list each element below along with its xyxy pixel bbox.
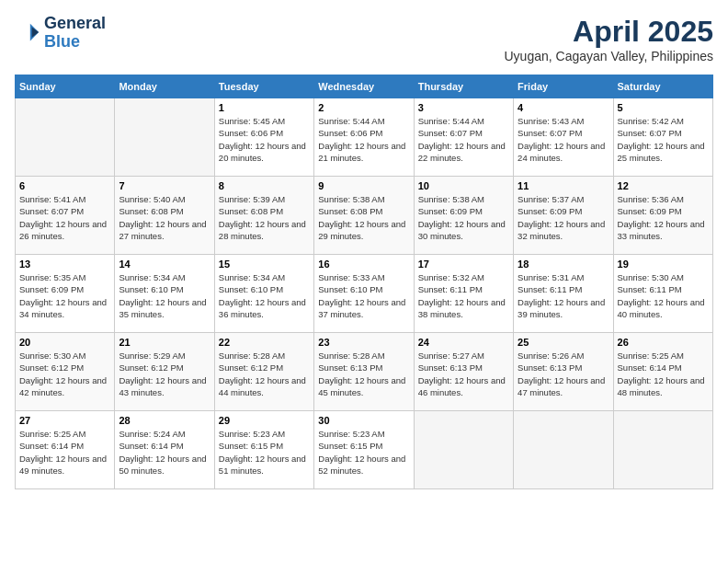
day-info: Sunrise: 5:29 AM Sunset: 6:12 PM Dayligh… [119, 350, 210, 398]
day-of-week-header: Wednesday [314, 75, 414, 98]
calendar-cell: 26Sunrise: 5:25 AM Sunset: 6:14 PM Dayli… [613, 333, 712, 411]
day-info: Sunrise: 5:38 AM Sunset: 6:08 PM Dayligh… [318, 193, 409, 242]
day-info: Sunrise: 5:23 AM Sunset: 6:15 PM Dayligh… [219, 428, 310, 477]
logo-icon [15, 20, 40, 46]
day-info: Sunrise: 5:30 AM Sunset: 6:11 PM Dayligh… [618, 271, 709, 320]
calendar-cell: 15Sunrise: 5:34 AM Sunset: 6:10 PM Dayli… [214, 255, 313, 333]
calendar-header-row: SundayMondayTuesdayWednesdayThursdayFrid… [16, 75, 713, 98]
day-of-week-header: Tuesday [214, 75, 313, 98]
calendar-cell: 17Sunrise: 5:32 AM Sunset: 6:11 PM Dayli… [414, 255, 513, 333]
day-info: Sunrise: 5:38 AM Sunset: 6:09 PM Dayligh… [418, 193, 509, 242]
calendar-cell: 10Sunrise: 5:38 AM Sunset: 6:09 PM Dayli… [414, 177, 513, 255]
day-info: Sunrise: 5:34 AM Sunset: 6:10 PM Dayligh… [119, 271, 210, 320]
day-info: Sunrise: 5:39 AM Sunset: 6:08 PM Dayligh… [219, 193, 310, 242]
day-info: Sunrise: 5:27 AM Sunset: 6:13 PM Dayligh… [418, 350, 509, 398]
svg-marker-1 [32, 27, 39, 37]
day-of-week-header: Friday [514, 75, 613, 98]
calendar-cell: 8Sunrise: 5:39 AM Sunset: 6:08 PM Daylig… [214, 177, 313, 255]
day-number: 15 [219, 259, 310, 270]
day-number: 10 [418, 180, 509, 191]
day-info: Sunrise: 5:25 AM Sunset: 6:14 PM Dayligh… [19, 428, 110, 477]
day-number: 13 [19, 259, 110, 270]
calendar-cell: 19Sunrise: 5:30 AM Sunset: 6:11 PM Dayli… [613, 255, 712, 333]
calendar-week-row: 20Sunrise: 5:30 AM Sunset: 6:12 PM Dayli… [16, 333, 713, 411]
day-number: 22 [219, 337, 310, 348]
day-number: 4 [518, 102, 609, 113]
day-number: 7 [119, 180, 210, 191]
day-info: Sunrise: 5:30 AM Sunset: 6:12 PM Dayligh… [19, 350, 110, 398]
day-info: Sunrise: 5:28 AM Sunset: 6:13 PM Dayligh… [318, 350, 409, 398]
calendar-cell: 16Sunrise: 5:33 AM Sunset: 6:10 PM Dayli… [314, 255, 414, 333]
day-info: Sunrise: 5:37 AM Sunset: 6:09 PM Dayligh… [518, 193, 609, 242]
calendar-cell: 27Sunrise: 5:25 AM Sunset: 6:14 PM Dayli… [16, 411, 115, 489]
day-info: Sunrise: 5:42 AM Sunset: 6:07 PM Dayligh… [618, 115, 709, 164]
calendar-week-row: 13Sunrise: 5:35 AM Sunset: 6:09 PM Dayli… [16, 255, 713, 333]
calendar-cell: 1Sunrise: 5:45 AM Sunset: 6:06 PM Daylig… [214, 98, 313, 177]
calendar-cell: 13Sunrise: 5:35 AM Sunset: 6:09 PM Dayli… [16, 255, 115, 333]
day-number: 17 [418, 259, 509, 270]
calendar-cell: 22Sunrise: 5:28 AM Sunset: 6:12 PM Dayli… [214, 333, 313, 411]
day-number: 14 [119, 259, 210, 270]
calendar-cell: 4Sunrise: 5:43 AM Sunset: 6:07 PM Daylig… [514, 98, 613, 177]
day-info: Sunrise: 5:33 AM Sunset: 6:10 PM Dayligh… [318, 271, 409, 320]
day-number: 18 [518, 259, 609, 270]
day-info: Sunrise: 5:31 AM Sunset: 6:11 PM Dayligh… [518, 271, 609, 320]
day-number: 25 [518, 337, 609, 348]
calendar-week-row: 6Sunrise: 5:41 AM Sunset: 6:07 PM Daylig… [16, 177, 713, 255]
calendar-cell [514, 411, 613, 489]
day-number: 16 [318, 259, 409, 270]
calendar-cell [414, 411, 513, 489]
day-info: Sunrise: 5:45 AM Sunset: 6:06 PM Dayligh… [219, 115, 310, 164]
day-info: Sunrise: 5:26 AM Sunset: 6:13 PM Dayligh… [518, 350, 609, 398]
day-of-week-header: Sunday [16, 75, 115, 98]
day-info: Sunrise: 5:36 AM Sunset: 6:09 PM Dayligh… [618, 193, 709, 242]
day-info: Sunrise: 5:24 AM Sunset: 6:14 PM Dayligh… [119, 428, 210, 477]
calendar-cell [613, 411, 712, 489]
day-number: 3 [418, 102, 509, 113]
calendar-cell: 21Sunrise: 5:29 AM Sunset: 6:12 PM Dayli… [115, 333, 214, 411]
day-number: 9 [318, 180, 409, 191]
calendar-cell: 11Sunrise: 5:37 AM Sunset: 6:09 PM Dayli… [514, 177, 613, 255]
day-of-week-header: Thursday [414, 75, 513, 98]
day-number: 12 [618, 180, 709, 191]
page-header: General Blue April 2025 Uyugan, Cagayan … [15, 15, 713, 63]
calendar-week-row: 1Sunrise: 5:45 AM Sunset: 6:06 PM Daylig… [16, 98, 713, 177]
logo-text: General Blue [44, 15, 106, 52]
day-number: 24 [418, 337, 509, 348]
calendar-week-row: 27Sunrise: 5:25 AM Sunset: 6:14 PM Dayli… [16, 411, 713, 489]
day-number: 21 [119, 337, 210, 348]
day-info: Sunrise: 5:32 AM Sunset: 6:11 PM Dayligh… [418, 271, 509, 320]
title-area: April 2025 Uyugan, Cagayan Valley, Phili… [504, 15, 713, 63]
day-info: Sunrise: 5:35 AM Sunset: 6:09 PM Dayligh… [19, 271, 110, 320]
day-number: 6 [19, 180, 110, 191]
calendar-cell [16, 98, 115, 177]
day-number: 27 [19, 415, 110, 426]
day-of-week-header: Monday [115, 75, 214, 98]
day-number: 19 [618, 259, 709, 270]
logo: General Blue [15, 15, 106, 52]
calendar-cell: 20Sunrise: 5:30 AM Sunset: 6:12 PM Dayli… [16, 333, 115, 411]
day-number: 23 [318, 337, 409, 348]
day-number: 8 [219, 180, 310, 191]
location-subtitle: Uyugan, Cagayan Valley, Philippines [504, 49, 713, 63]
day-number: 5 [618, 102, 709, 113]
calendar-cell: 24Sunrise: 5:27 AM Sunset: 6:13 PM Dayli… [414, 333, 513, 411]
day-number: 2 [318, 102, 409, 113]
day-info: Sunrise: 5:25 AM Sunset: 6:14 PM Dayligh… [618, 350, 709, 398]
day-of-week-header: Saturday [613, 75, 712, 98]
day-info: Sunrise: 5:43 AM Sunset: 6:07 PM Dayligh… [518, 115, 609, 164]
calendar-body: 1Sunrise: 5:45 AM Sunset: 6:06 PM Daylig… [16, 98, 713, 489]
calendar-cell: 18Sunrise: 5:31 AM Sunset: 6:11 PM Dayli… [514, 255, 613, 333]
calendar-cell: 2Sunrise: 5:44 AM Sunset: 6:06 PM Daylig… [314, 98, 414, 177]
calendar-table: SundayMondayTuesdayWednesdayThursdayFrid… [15, 75, 713, 489]
calendar-cell: 5Sunrise: 5:42 AM Sunset: 6:07 PM Daylig… [613, 98, 712, 177]
day-info: Sunrise: 5:44 AM Sunset: 6:06 PM Dayligh… [318, 115, 409, 164]
calendar-cell: 25Sunrise: 5:26 AM Sunset: 6:13 PM Dayli… [514, 333, 613, 411]
calendar-cell: 14Sunrise: 5:34 AM Sunset: 6:10 PM Dayli… [115, 255, 214, 333]
day-number: 30 [318, 415, 409, 426]
calendar-cell [115, 98, 214, 177]
day-number: 26 [618, 337, 709, 348]
calendar-cell: 23Sunrise: 5:28 AM Sunset: 6:13 PM Dayli… [314, 333, 414, 411]
calendar-cell: 12Sunrise: 5:36 AM Sunset: 6:09 PM Dayli… [613, 177, 712, 255]
day-number: 20 [19, 337, 110, 348]
